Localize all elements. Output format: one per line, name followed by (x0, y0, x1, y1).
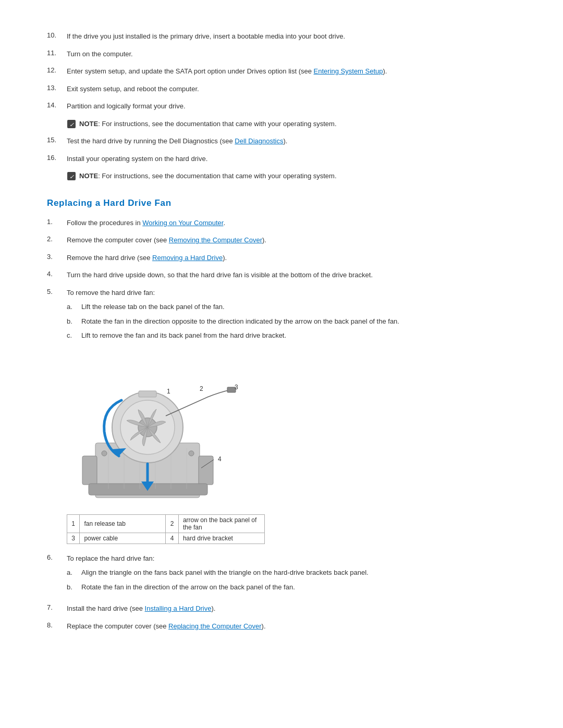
legend-label-1: fan release tab (80, 514, 166, 533)
step-num: 3. (47, 253, 67, 261)
step-num: 1. (47, 218, 67, 226)
legend-row-1: 1 fan release tab 2 arrow on the back pa… (67, 514, 265, 533)
note-label-2: NOTE (79, 172, 98, 180)
sub-step-text: Lift to remove the fan and its back pane… (81, 330, 286, 341)
step-num: 15. (47, 136, 67, 144)
step-text: Install the hard drive (see Installing a… (67, 603, 516, 614)
sub-step-text: Rotate the fan in the direction of the a… (81, 582, 295, 593)
sub-step-label: a. (67, 302, 81, 312)
note-2: ✓ NOTE: For instructions, see the docume… (67, 171, 516, 181)
removing-cover-link[interactable]: Removing the Computer Cover (169, 236, 262, 244)
step-intro: To replace the hard drive fan: (67, 554, 154, 562)
replacing-cover-link[interactable]: Replacing the Computer Cover (168, 622, 261, 630)
fan-diagram-svg: 1 2 3 4 (67, 354, 244, 511)
sub-step-5a: a. Lift the release tab on the back pane… (67, 302, 516, 312)
fan-step-5: 5. To remove the hard drive fan: a. Lift… (47, 288, 516, 345)
legend-num-4: 4 (166, 533, 178, 544)
step-num: 12. (47, 66, 67, 74)
step-num: 11. (47, 49, 67, 57)
svg-rect-5 (82, 456, 97, 485)
step-text: To replace the hard drive fan: a. Align … (67, 553, 516, 597)
step-text: Turn the hard drive upside down, so that… (67, 270, 516, 280)
fan-body (112, 387, 236, 463)
step-num: 16. (47, 154, 67, 162)
step-num: 10. (47, 31, 67, 39)
sub-step-label: c. (67, 330, 81, 341)
note-1: ✓ NOTE: For instructions, see the docume… (67, 119, 516, 129)
callout-3: 3 (235, 384, 238, 391)
sub-step-label: b. (67, 316, 81, 327)
fan-step-2: 2. Remove the computer cover (see Removi… (47, 235, 516, 245)
step-11: 11. Turn on the computer. (47, 49, 516, 59)
step-num: 13. (47, 84, 67, 92)
dell-diagnostics-link[interactable]: Dell Diagnostics (235, 137, 283, 145)
legend-table: 1 fan release tab 2 arrow on the back pa… (67, 514, 265, 544)
fan-step-6: 6. To replace the hard drive fan: a. Ali… (47, 553, 516, 597)
working-on-computer-link[interactable]: Working on Your Computer (142, 219, 223, 227)
sub-step-5b: b. Rotate the fan in the direction oppos… (67, 316, 516, 327)
fan-step-1: 1. Follow the procedures in Working on Y… (47, 218, 516, 228)
step-text: Exit system setup, and reboot the comput… (67, 84, 516, 94)
installing-hard-drive-link[interactable]: Installing a Hard Drive (145, 604, 212, 612)
fan-step-7: 7. Install the hard drive (see Installin… (47, 603, 516, 614)
step-14: 14. Partition and logically format your … (47, 101, 516, 112)
note-icon-2: ✓ (67, 171, 76, 181)
sub-step-label: b. (67, 582, 81, 593)
step-text: Partition and logically format your driv… (67, 101, 516, 112)
section-heading: Replacing a Hard Drive Fan (47, 198, 516, 208)
svg-text:✓: ✓ (69, 174, 75, 180)
step-text: Remove the hard drive (see Removing a Ha… (67, 253, 516, 263)
note-text-2: NOTE: For instructions, see the document… (79, 171, 337, 181)
step-text: Follow the procedures in Working on Your… (67, 218, 516, 228)
fan-step-4: 4. Turn the hard drive upside down, so t… (47, 270, 516, 280)
entering-system-setup-link[interactable]: Entering System Setup (314, 67, 383, 75)
sub-steps-5: a. Lift the release tab on the back pane… (67, 302, 516, 341)
svg-rect-6 (199, 456, 213, 485)
sub-step-text: Rotate the fan in the direction opposite… (81, 316, 399, 327)
steps-top-list: 10. If the drive you just installed is t… (47, 31, 516, 112)
sub-step-text: Align the triangle on the fans back pane… (81, 567, 369, 578)
steps-fan-list: 1. Follow the procedures in Working on Y… (47, 218, 516, 345)
legend-num-3: 3 (67, 533, 80, 544)
legend-label-2: arrow on the back panel of the fan (178, 514, 264, 533)
steps-fan2-list: 6. To replace the hard drive fan: a. Ali… (47, 553, 516, 632)
svg-text:✓: ✓ (69, 121, 75, 127)
svg-point-8 (102, 451, 107, 456)
step-num: 6. (47, 553, 67, 561)
sub-step-text: Lift the release tab on the back panel o… (81, 302, 225, 312)
step-text: To remove the hard drive fan: a. Lift th… (67, 288, 516, 345)
fan-figure: 1 2 3 4 1 fan release tab 2 arrow on the… (67, 354, 516, 544)
step-intro: To remove the hard drive fan: (67, 289, 155, 297)
step-text: If the drive you just installed is the p… (67, 31, 516, 42)
sub-step-6b: b. Rotate the fan in the direction of th… (67, 582, 516, 593)
fan-step-8: 8. Replace the computer cover (see Repla… (47, 621, 516, 632)
legend-num-2: 2 (166, 514, 178, 533)
legend-label-4: hard drive bracket (178, 533, 264, 544)
sub-step-label: a. (67, 567, 81, 578)
step-text: Enter system setup, and update the SATA … (67, 66, 516, 77)
callout-4: 4 (218, 455, 222, 463)
step-text: Install your operating system on the har… (67, 154, 516, 164)
removing-hard-drive-link[interactable]: Removing a Hard Drive (152, 254, 223, 262)
step-num: 7. (47, 603, 67, 611)
callout-1: 1 (167, 388, 170, 395)
fan-step-3: 3. Remove the hard drive (see Removing a… (47, 253, 516, 263)
legend-row-2: 3 power cable 4 hard drive bracket (67, 533, 265, 544)
step-text: Replace the computer cover (see Replacin… (67, 621, 516, 632)
step-10: 10. If the drive you just installed is t… (47, 31, 516, 42)
sub-step-5c: c. Lift to remove the fan and its back p… (67, 330, 516, 341)
step-text: Test the hard drive by running the Dell … (67, 136, 516, 146)
steps-mid-list: 15. Test the hard drive by running the D… (47, 136, 516, 164)
step-text: Turn on the computer. (67, 49, 516, 59)
step-num: 14. (47, 101, 67, 109)
svg-point-9 (189, 451, 194, 456)
step-15: 15. Test the hard drive by running the D… (47, 136, 516, 146)
note-label: NOTE (79, 120, 98, 128)
note-icon: ✓ (67, 119, 76, 129)
sub-steps-6: a. Align the triangle on the fans back p… (67, 567, 516, 592)
legend-num-1: 1 (67, 514, 80, 533)
step-num: 4. (47, 270, 67, 278)
step-num: 2. (47, 235, 67, 243)
step-13: 13. Exit system setup, and reboot the co… (47, 84, 516, 94)
legend-label-3: power cable (80, 533, 166, 544)
